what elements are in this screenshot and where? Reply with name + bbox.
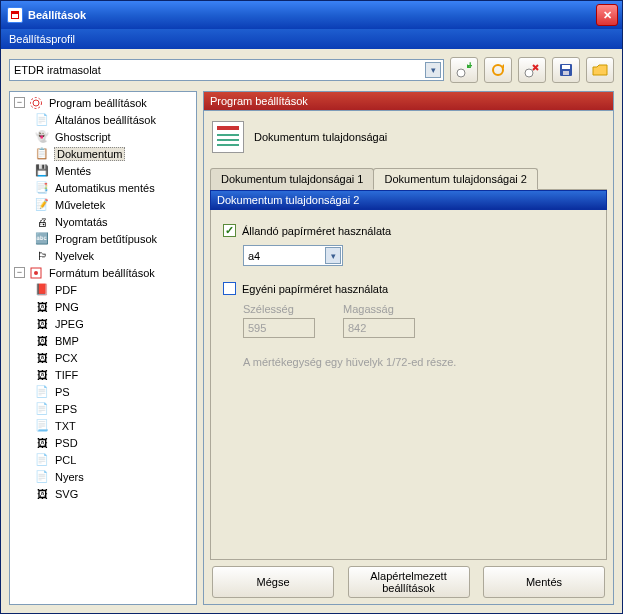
page-icon: 📄 bbox=[34, 113, 50, 127]
delete-profile-button[interactable] bbox=[518, 57, 546, 83]
button-row: Mégse Alapértelmezett beállítások Mentés bbox=[210, 560, 607, 598]
tree-item-tiff[interactable]: 🖼TIFF bbox=[12, 366, 194, 383]
document-icon: 📋 bbox=[34, 147, 50, 161]
tree-item-autosave[interactable]: 📑Automatikus mentés bbox=[12, 179, 194, 196]
doc-title-row: Dokumentum tulajdonságai bbox=[210, 117, 607, 163]
tree-item-raw[interactable]: 📄Nyers bbox=[12, 468, 194, 485]
open-folder-button[interactable] bbox=[586, 57, 614, 83]
width-input[interactable] bbox=[243, 318, 315, 338]
chevron-down-icon: ▾ bbox=[325, 247, 341, 264]
svg-rect-5 bbox=[562, 65, 570, 69]
autosave-icon: 📑 bbox=[34, 181, 50, 195]
tree-item-bmp[interactable]: 🖼BMP bbox=[12, 332, 194, 349]
settings-tree[interactable]: − Program beállítások 📄Általános beállít… bbox=[9, 91, 197, 605]
tree-item-pcl[interactable]: 📄PCL bbox=[12, 451, 194, 468]
profile-selected-value: ETDR iratmasolat bbox=[14, 64, 101, 76]
close-button[interactable]: ✕ bbox=[596, 4, 618, 26]
defaults-button[interactable]: Alapértelmezett beállítások bbox=[348, 566, 470, 598]
svg-icon: 🖼 bbox=[34, 487, 50, 501]
panel-body: ✓ Állandó papírméret használata a4 ▾ ✓ E… bbox=[210, 210, 607, 560]
height-input[interactable] bbox=[343, 318, 415, 338]
printer-icon: 🖨 bbox=[34, 215, 50, 229]
paper-size-value: a4 bbox=[248, 250, 260, 262]
tree-root-format[interactable]: − Formátum beállítások bbox=[12, 264, 194, 281]
bmp-icon: 🖼 bbox=[34, 334, 50, 348]
svg-point-7 bbox=[33, 100, 39, 106]
tab-doc-props-1[interactable]: Dokumentum tulajdonságai 1 bbox=[210, 168, 374, 190]
delete-icon bbox=[524, 62, 540, 78]
tree-item-save[interactable]: 💾Mentés bbox=[12, 162, 194, 179]
ghost-icon: 👻 bbox=[34, 130, 50, 144]
tab-doc-props-2[interactable]: Dokumentum tulajdonságai 2 bbox=[373, 168, 537, 190]
pdf-icon: 📕 bbox=[34, 283, 50, 297]
tree-item-eps[interactable]: 📄EPS bbox=[12, 400, 194, 417]
subheader: Beállításprofil bbox=[1, 29, 622, 49]
tree-item-txt[interactable]: 📃TXT bbox=[12, 417, 194, 434]
tree-item-svg[interactable]: 🖼SVG bbox=[12, 485, 194, 502]
ps-icon: 📄 bbox=[34, 385, 50, 399]
collapse-icon[interactable]: − bbox=[14, 267, 25, 278]
plus-icon: + bbox=[456, 62, 472, 78]
body: − Program beállítások 📄Általános beállít… bbox=[1, 91, 622, 613]
tree-item-fonts[interactable]: 🔤Program betűtípusok bbox=[12, 230, 194, 247]
settings-window: Beállítások ✕ Beállításprofil ETDR iratm… bbox=[0, 0, 623, 614]
tree-item-languages[interactable]: 🏳Nyelvek bbox=[12, 247, 194, 264]
close-icon: ✕ bbox=[603, 9, 612, 22]
tree-item-document[interactable]: 📋Dokumentum bbox=[12, 145, 194, 162]
paper-size-select[interactable]: a4 ▾ bbox=[243, 245, 343, 266]
floppy-icon bbox=[558, 62, 574, 78]
refresh-profile-button[interactable] bbox=[484, 57, 512, 83]
svg-point-10 bbox=[34, 271, 38, 275]
titlebar: Beállítások ✕ bbox=[1, 1, 622, 29]
actions-icon: 📝 bbox=[34, 198, 50, 212]
jpeg-icon: 🖼 bbox=[34, 317, 50, 331]
eps-icon: 📄 bbox=[34, 402, 50, 416]
tree-item-png[interactable]: 🖼PNG bbox=[12, 298, 194, 315]
width-label: Szélesség bbox=[243, 303, 315, 315]
fixed-paper-row: ✓ Állandó papírméret használata bbox=[223, 224, 594, 237]
dimensions-row: Szélesség Magasság bbox=[243, 303, 594, 338]
unit-hint: A mértékegység egy hüvelyk 1/72-ed része… bbox=[243, 356, 594, 368]
font-icon: 🔤 bbox=[34, 232, 50, 246]
tree-root-program[interactable]: − Program beállítások bbox=[12, 94, 194, 111]
tree-item-jpeg[interactable]: 🖼JPEG bbox=[12, 315, 194, 332]
section-body: Dokumentum tulajdonságai Dokumentum tula… bbox=[203, 110, 614, 605]
fixed-paper-label: Állandó papírméret használata bbox=[242, 225, 391, 237]
txt-icon: 📃 bbox=[34, 419, 50, 433]
doc-title: Dokumentum tulajdonságai bbox=[254, 131, 387, 143]
cancel-button[interactable]: Mégse bbox=[212, 566, 334, 598]
format-icon bbox=[28, 266, 44, 280]
tree-item-psd[interactable]: 🖼PSD bbox=[12, 434, 194, 451]
profile-select[interactable]: ETDR iratmasolat ▾ bbox=[9, 59, 444, 81]
profile-toolbar: ETDR iratmasolat ▾ + bbox=[1, 49, 622, 91]
flag-icon: 🏳 bbox=[34, 249, 50, 263]
tree-item-general[interactable]: 📄Általános beállítások bbox=[12, 111, 194, 128]
tree-item-pdf[interactable]: 📕PDF bbox=[12, 281, 194, 298]
save-profile-button[interactable] bbox=[552, 57, 580, 83]
custom-paper-row: ✓ Egyéni papírméret használata bbox=[223, 282, 594, 295]
svg-point-0 bbox=[457, 69, 465, 77]
tiff-icon: 🖼 bbox=[34, 368, 50, 382]
svg-point-3 bbox=[525, 69, 533, 77]
window-title: Beállítások bbox=[28, 9, 86, 21]
tree-item-ps[interactable]: 📄PS bbox=[12, 383, 194, 400]
tree-item-ghostscript[interactable]: 👻Ghostscript bbox=[12, 128, 194, 145]
tree-item-print[interactable]: 🖨Nyomtatás bbox=[12, 213, 194, 230]
pcx-icon: 🖼 bbox=[34, 351, 50, 365]
section-header: Program beállítások bbox=[203, 91, 614, 110]
save-button[interactable]: Mentés bbox=[483, 566, 605, 598]
custom-paper-checkbox[interactable]: ✓ bbox=[223, 282, 236, 295]
height-label: Magasság bbox=[343, 303, 415, 315]
collapse-icon[interactable]: − bbox=[14, 97, 25, 108]
refresh-icon bbox=[490, 62, 506, 78]
psd-icon: 🖼 bbox=[34, 436, 50, 450]
document-properties-icon bbox=[212, 121, 244, 153]
tree-item-pcx[interactable]: 🖼PCX bbox=[12, 349, 194, 366]
chevron-down-icon: ▾ bbox=[425, 62, 441, 78]
new-profile-button[interactable]: + bbox=[450, 57, 478, 83]
gear-icon bbox=[28, 96, 44, 110]
folder-icon bbox=[592, 62, 608, 78]
right-pane: Program beállítások Dokumentum tulajdons… bbox=[203, 91, 614, 605]
tree-item-actions[interactable]: 📝Műveletek bbox=[12, 196, 194, 213]
fixed-paper-checkbox[interactable]: ✓ bbox=[223, 224, 236, 237]
